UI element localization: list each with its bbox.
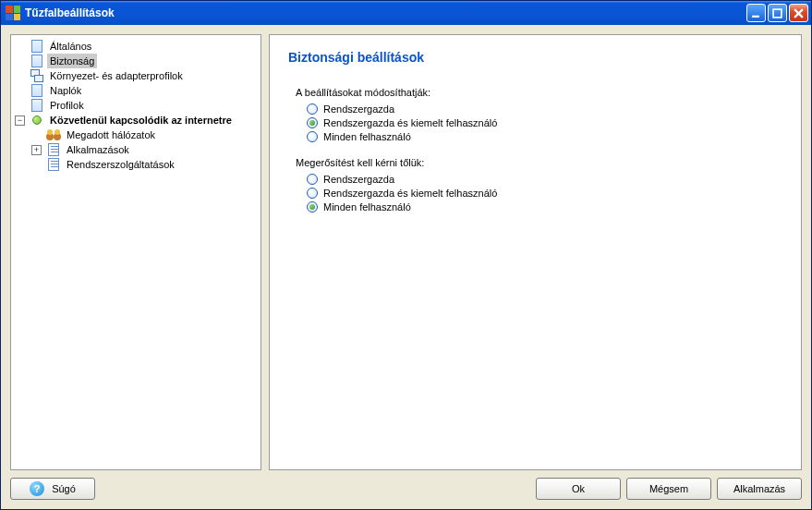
- group2-label: Megerősítést kell kérni tőlük:: [296, 157, 782, 168]
- main-panel: Biztonsági beállítások A beállításokat m…: [269, 34, 802, 470]
- window-title: Tűzfalbeállítások: [25, 6, 746, 19]
- radio-label: Minden felhasználó: [323, 201, 411, 212]
- page-title: Biztonsági beállítások: [288, 50, 782, 65]
- help-button-label: Súgó: [52, 483, 76, 494]
- window: Tűzfalbeállítások: [0, 0, 812, 510]
- svg-rect-0: [752, 15, 759, 17]
- radio-label: Rendszergazda: [323, 103, 394, 115]
- tree-item-general[interactable]: Általános: [13, 39, 259, 54]
- titlebar: Tűzfalbeállítások: [1, 1, 811, 25]
- apply-button-label: Alkalmazás: [733, 483, 785, 494]
- content: Általános Biztonság: [1, 25, 811, 509]
- list-icon: [46, 157, 61, 172]
- tree-item-direct[interactable]: − Közvetlenül kapcsolódik az internetre: [13, 113, 259, 128]
- close-button[interactable]: [789, 4, 808, 22]
- tree-label-general: Általános: [47, 39, 94, 54]
- cancel-button-label: Mégsem: [649, 483, 688, 494]
- tree-label-networks: Megadott hálózatok: [64, 128, 158, 142]
- maximize-button[interactable]: [768, 4, 787, 22]
- page-icon: [30, 83, 44, 98]
- tree-label-services: Rendszerszolgáltatások: [64, 157, 177, 172]
- radio-icon[interactable]: [307, 131, 318, 142]
- ok-button-label: Ok: [572, 483, 585, 494]
- radio-g2-admin[interactable]: Rendszergazda: [307, 174, 782, 185]
- cancel-button[interactable]: Mégsem: [626, 478, 711, 500]
- ok-button[interactable]: Ok: [536, 478, 621, 500]
- radio-g2-all[interactable]: Minden felhasználó: [307, 201, 782, 212]
- radio-g1-admin[interactable]: Rendszergazda: [307, 103, 782, 115]
- svg-rect-1: [773, 9, 782, 18]
- radio-label: Rendszergazda és kiemelt felhasználó: [323, 117, 497, 128]
- page-icon: [30, 98, 44, 113]
- tree-label-apps: Alkalmazások: [64, 142, 132, 157]
- tree-item-security[interactable]: Biztonság: [13, 54, 259, 68]
- tree-label-direct: Közvetlenül kapcsolódik az internetre: [47, 113, 235, 128]
- help-button[interactable]: ? Súgó: [10, 478, 95, 500]
- radio-label: Rendszergazda: [323, 174, 394, 185]
- user-status-icon: [30, 113, 44, 128]
- tree-item-networks[interactable]: Megadott hálózatok: [30, 128, 259, 142]
- apply-button[interactable]: Alkalmazás: [717, 478, 802, 500]
- window-buttons: [746, 4, 808, 22]
- radio-g1-all[interactable]: Minden felhasználó: [307, 131, 782, 142]
- tree-label-env: Környezet- és adapterprofilok: [47, 68, 186, 83]
- tree-item-apps[interactable]: + Alkalmazások: [30, 142, 259, 157]
- tree-item-services[interactable]: Rendszerszolgáltatások: [30, 157, 259, 172]
- tree-item-profiles[interactable]: Profilok: [13, 98, 259, 113]
- users-icon: [46, 128, 61, 142]
- tree-item-logs[interactable]: Naplók: [13, 83, 259, 98]
- radio-label: Minden felhasználó: [323, 131, 411, 142]
- radio-icon[interactable]: [307, 201, 318, 212]
- radio-icon[interactable]: [307, 188, 318, 199]
- tree-item-env[interactable]: Környezet- és adapterprofilok: [13, 68, 259, 83]
- tree-label-logs: Naplók: [47, 83, 84, 98]
- bottom-bar: ? Súgó Ok Mégsem Alkalmazás: [10, 478, 802, 500]
- list-icon: [46, 142, 61, 157]
- nav-tree: Általános Biztonság: [13, 39, 259, 172]
- radio-g1-admin-power[interactable]: Rendszergazda és kiemelt felhasználó: [307, 117, 782, 128]
- network-icon: [30, 68, 44, 83]
- tree-label-security: Biztonság: [47, 54, 97, 68]
- app-icon: [6, 6, 20, 20]
- panels: Általános Biztonság: [10, 34, 802, 470]
- group1-label: A beállításokat módosíthatják:: [296, 87, 782, 98]
- help-icon: ?: [30, 481, 44, 496]
- expand-icon[interactable]: +: [31, 145, 42, 155]
- radio-icon[interactable]: [307, 117, 318, 128]
- radio-icon[interactable]: [307, 174, 318, 185]
- radio-g2-admin-power[interactable]: Rendszergazda és kiemelt felhasználó: [307, 188, 782, 199]
- radio-icon[interactable]: [307, 103, 318, 115]
- tree-panel: Általános Biztonság: [10, 34, 261, 470]
- minimize-button[interactable]: [746, 4, 766, 22]
- page-icon: [30, 39, 44, 54]
- page-icon: [30, 54, 44, 68]
- tree-label-profiles: Profilok: [47, 98, 87, 113]
- collapse-icon[interactable]: −: [15, 115, 25, 126]
- radio-label: Rendszergazda és kiemelt felhasználó: [323, 188, 497, 199]
